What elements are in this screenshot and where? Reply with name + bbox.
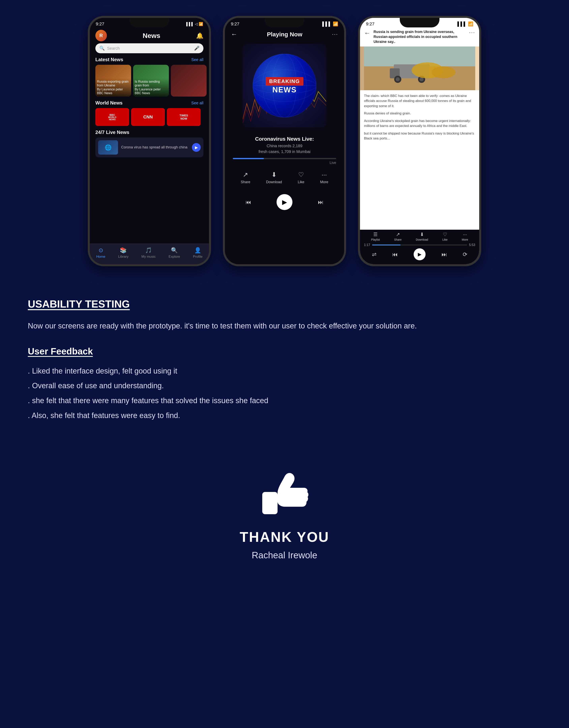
p3-download-action[interactable]: ⬇ Download <box>416 232 428 241</box>
share-icon: ↗ <box>243 171 248 178</box>
news-card-1[interactable]: Russia exporting grain from Ukraine By L… <box>95 65 131 97</box>
see-all-latest[interactable]: See all <box>191 57 203 62</box>
mymusic-icon: 🎵 <box>145 247 152 254</box>
article-headline: Russia is sending grain from Ukraine ove… <box>374 29 466 45</box>
live-play-button[interactable]: ▶ <box>192 143 201 152</box>
world-news-header: World News See all <box>90 100 209 108</box>
p3-share-action[interactable]: ↗ Share <box>394 232 402 241</box>
phone-1-screen: 9:27 ▌▌▌ ◁ 📶 R News 🔔 🔍 Search 🎤 Latest … <box>90 18 209 264</box>
skip-forward-button[interactable]: ⏭ <box>318 199 323 205</box>
cnn-logo[interactable]: CNN <box>131 108 165 126</box>
search-bar[interactable]: 🔍 Search 🎤 <box>95 43 203 53</box>
see-all-world[interactable]: See all <box>191 101 203 105</box>
like-icon: ♡ <box>298 171 304 178</box>
nav-profile[interactable]: 👤 Profile <box>193 247 202 259</box>
p3-like-action[interactable]: ♡ Like <box>442 232 448 241</box>
svg-rect-17 <box>262 492 278 514</box>
explore-icon: 🔍 <box>171 247 178 254</box>
more-action[interactable]: ··· More <box>320 171 328 184</box>
nav-library[interactable]: 📚 Library <box>118 247 129 259</box>
article-image-svg <box>364 46 475 90</box>
more-label: More <box>320 180 328 184</box>
nav-explore[interactable]: 🔍 Explore <box>169 247 180 259</box>
like-label: Like <box>298 180 304 184</box>
breaking-label: BREAKING <box>266 77 304 86</box>
like-action[interactable]: ♡ Like <box>298 171 304 184</box>
article-header: ← Russia is sending grain from Ukraine o… <box>360 27 479 46</box>
p3-prev-button[interactable]: ⏮ <box>392 251 398 258</box>
svg-rect-8 <box>364 46 475 66</box>
phone-3-notch <box>400 18 439 27</box>
nav-home[interactable]: ⊙ Home <box>96 247 105 259</box>
library-icon: 📚 <box>120 247 127 254</box>
time-progress-bar[interactable] <box>372 245 467 245</box>
news-card-2-headline: Is Russia sending grain from <box>135 80 167 87</box>
feedback-item-3: she felt that there were many features t… <box>28 394 541 407</box>
p3-signal: ▌▌▌ 📶 <box>457 21 473 27</box>
bottom-nav: ⊙ Home 📚 Library 🎵 My music 🔍 Explore 👤 <box>90 244 209 264</box>
share-label: Share <box>241 180 250 184</box>
breaking-news-globe: BREAKING NEWS <box>253 54 316 117</box>
p3-next-button[interactable]: ⏭ <box>441 251 447 258</box>
time-bar: 1:17 5:53 <box>364 243 475 247</box>
feedback-list: Liked the interface design, felt good us… <box>28 365 541 422</box>
back-button[interactable]: ← <box>231 31 237 38</box>
more-button[interactable]: ··· <box>332 31 338 37</box>
p3-repeat-button[interactable]: ⟳ <box>463 251 467 258</box>
progress-bar[interactable] <box>233 158 336 159</box>
p3-more-action[interactable]: ··· More <box>462 232 468 241</box>
p3-like-icon: ♡ <box>443 232 447 237</box>
latest-news-label: Latest News <box>95 57 123 62</box>
news-card-1-headline: Russia exporting grain from Ukraine <box>97 80 130 87</box>
news-card-2-overlay: Is Russia sending grain from By Laurence… <box>133 78 169 97</box>
live-news-title: Corona virus has spread all through chin… <box>121 145 189 150</box>
times-now-logo[interactable]: TIMESNOW <box>167 108 201 126</box>
playing-now-header: ← Playing Now ··· <box>225 27 344 40</box>
usability-body-text: Now our screens are ready with the proto… <box>28 320 541 332</box>
share-action[interactable]: ↗ Share <box>241 171 250 184</box>
play-pause-button[interactable]: ▶ <box>277 194 292 210</box>
nav-profile-label: Profile <box>193 255 202 259</box>
time-total: 5:53 <box>469 243 475 247</box>
news-card-1-source: By Laurence peter BBC News <box>97 87 130 95</box>
news-card-3[interactable] <box>171 65 207 97</box>
phone-1-news-home: 9:27 ▌▌▌ ◁ 📶 R News 🔔 🔍 Search 🎤 Latest … <box>88 16 211 266</box>
phone-2-screen: 9:27 ▌▌▌ 📶 ← Playing Now ··· <box>225 18 344 264</box>
skip-back-button[interactable]: ⏮ <box>246 199 251 205</box>
bbc-logo[interactable]: BBC WORLD NEWS <box>95 108 129 126</box>
live-news-card[interactable]: 🌐 Corona virus has spread all through ch… <box>95 137 203 157</box>
p3-download-icon: ⬇ <box>420 232 424 237</box>
p3-like-label: Like <box>442 238 448 241</box>
article-more-button[interactable]: ··· <box>469 29 475 36</box>
p3-play-button[interactable]: ▶ <box>414 248 426 260</box>
action-buttons: ↗ Share ⬇ Download ♡ Like ··· More <box>225 167 344 190</box>
article-back-button[interactable]: ← <box>364 29 370 37</box>
phone-3-screen: 9:27 ▌▌▌ 📶 ← Russia is sending grain fro… <box>360 18 479 264</box>
playlist-action[interactable]: ☰ Playlist <box>371 232 380 241</box>
progress-live: Live <box>330 161 336 165</box>
article-para-1: The claim- which BBC has not been able t… <box>364 93 475 109</box>
article-para-4: but it cannot be shipped now because Rus… <box>364 131 475 141</box>
mic-icon: 🎤 <box>194 46 199 51</box>
song-title: Coronavirus News Live: <box>231 135 338 142</box>
download-label: Download <box>266 180 282 184</box>
page-title: News <box>143 32 160 40</box>
usability-section: USABILITY TESTING Now our screens are re… <box>0 282 569 450</box>
more-dots-icon: ··· <box>321 171 327 178</box>
avatar: R <box>95 30 107 41</box>
nav-explore-label: Explore <box>169 255 180 259</box>
p3-shuffle-button[interactable]: ⇌ <box>372 251 376 258</box>
news-thumb-icon: 🌐 <box>105 144 112 151</box>
download-action[interactable]: ⬇ Download <box>266 171 282 184</box>
phone-3-article: 9:27 ▌▌▌ 📶 ← Russia is sending grain fro… <box>358 16 481 266</box>
nav-mymusic[interactable]: 🎵 My music <box>141 247 156 259</box>
bell-icon[interactable]: 🔔 <box>196 32 203 39</box>
article-para-2: Russia denies of stealing grain. <box>364 111 475 116</box>
article-img-inner <box>360 46 479 90</box>
p3-time: 9:27 <box>366 21 374 27</box>
breaking-news-badge: BREAKING NEWS <box>266 77 304 94</box>
news-label: NEWS <box>266 86 304 94</box>
latest-news-header: Latest News See all <box>90 57 209 65</box>
news-card-2[interactable]: Is Russia sending grain from By Laurence… <box>133 65 169 97</box>
playing-now-title: Playing Now <box>267 31 302 38</box>
